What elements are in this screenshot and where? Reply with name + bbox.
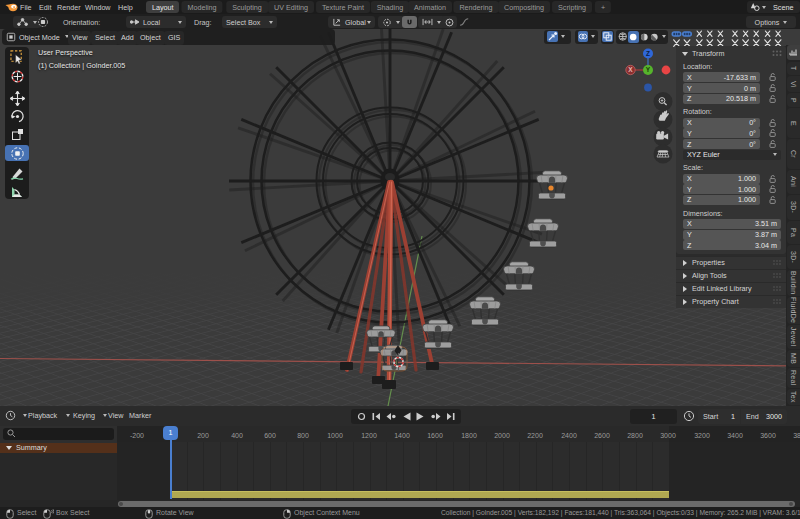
svg-text:Z: Z xyxy=(646,50,650,57)
svg-text:Y: Y xyxy=(646,66,651,73)
svg-text:X: X xyxy=(628,66,633,73)
